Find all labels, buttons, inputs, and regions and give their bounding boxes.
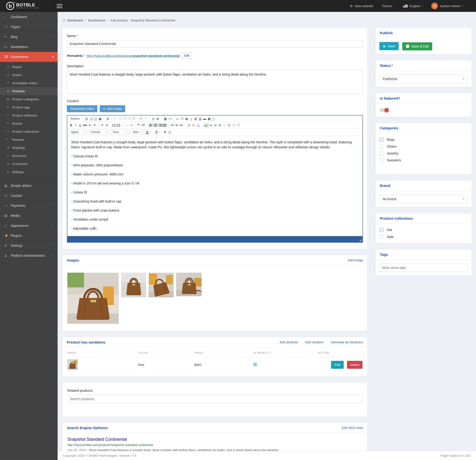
align-justify-icon[interactable] — [162, 124, 167, 127]
div-container-icon[interactable]: DIV — [141, 123, 145, 127]
outdent-icon[interactable]: ⇤ — [125, 123, 128, 127]
sidebar-item-product-tags[interactable]: ❖Product tags — [0, 103, 58, 111]
sidebar-item-media[interactable]: ▦Media — [0, 211, 58, 221]
sidebar-item-contact[interactable]: ✉Contact — [0, 191, 58, 201]
edit-attribute-link[interactable]: Edit attribute — [280, 340, 298, 344]
language-icon[interactable]: A▾ — [179, 123, 183, 127]
checkbox-item-sweaters[interactable]: Sweaters — [379, 158, 468, 162]
editor-content[interactable]: Short Hooded Coat features a straight bo… — [67, 136, 363, 236]
edit-seo-meta-link[interactable]: Edit SEO meta — [342, 426, 363, 430]
hidden-field-icon[interactable]: ▢ — [212, 116, 216, 121]
link-icon[interactable]: ⊕ — [187, 123, 191, 127]
rich-text-editor[interactable]: Source▤❏◫▣⊞✂❐❒❒❒↶↷◎ab▦✓▾▭☑◉▯▤▥▬▣▢ BIUabc… — [67, 115, 363, 243]
is-default-radio[interactable] — [253, 362, 257, 366]
find-icon[interactable]: ◎ — [151, 116, 155, 121]
background-color-icon[interactable]: A — [155, 130, 158, 134]
checkbox-item-jewelry[interactable]: Jewelry — [379, 151, 468, 156]
anchor-icon[interactable]: ⚓ — [196, 123, 201, 127]
editor-status-bar[interactable] — [67, 236, 363, 242]
rtl-icon[interactable]: ¶◂ — [175, 123, 179, 127]
underline-icon[interactable]: U — [78, 123, 82, 127]
align-left-icon[interactable] — [149, 124, 153, 127]
align-right-icon[interactable] — [158, 124, 162, 127]
sidebar-item-product-categories[interactable]: ▤Product categories — [0, 95, 58, 103]
smiley-icon[interactable]: ☺ — [222, 123, 227, 127]
print-icon[interactable]: ▣ — [98, 116, 102, 121]
table-icon[interactable]: ⊞ — [213, 123, 218, 127]
seo-preview-title[interactable]: Snapshot Standard Continental — [67, 437, 363, 442]
user-menu[interactable]: S System Admin ▾ — [431, 3, 463, 9]
font-dropdown[interactable]: Font▾ — [111, 129, 128, 135]
edit-variation-button[interactable]: Edit — [331, 361, 344, 369]
image-button-icon[interactable]: ▣ — [207, 116, 211, 121]
copy-formatting-icon[interactable]: ✒ — [100, 123, 104, 127]
replace-icon[interactable]: ab — [156, 116, 160, 121]
status-select[interactable]: Published ▲▼ — [379, 75, 468, 83]
breadcrumb-ecommerce[interactable]: Ecommerce — [88, 18, 105, 22]
sidebar-item-appearance[interactable]: ✐Appearance‹ — [0, 221, 58, 230]
checkbox-icon[interactable]: ☑ — [180, 116, 184, 121]
bulleted-list-icon[interactable] — [117, 124, 121, 127]
sidebar-item-reviews[interactable]: ❝Reviews — [0, 136, 58, 144]
related-products-search-input[interactable] — [67, 395, 363, 403]
checkbox-item-hot[interactable]: ✓Hot — [379, 228, 468, 232]
ltr-icon[interactable]: ▸¶ — [170, 123, 174, 127]
copy-icon[interactable]: ❐ — [118, 116, 122, 121]
paste-word-icon[interactable]: ❒ — [131, 116, 136, 121]
checkbox-icon[interactable]: ✓ — [379, 228, 383, 232]
chevron-down-icon[interactable]: ▾ — [159, 131, 160, 133]
is-featured-toggle[interactable] — [380, 108, 388, 112]
format-dropdown[interactable]: Format▾ — [89, 129, 109, 135]
paste-icon[interactable]: ❒ — [122, 116, 126, 121]
checkbox-item-shoes[interactable]: Shoes — [379, 145, 468, 148]
sidebar-item-product-attributes[interactable]: ▽Product attributes — [0, 111, 58, 119]
sidebar-item-product-collections[interactable]: ❒Product collections — [0, 127, 58, 136]
source-button[interactable]: Source — [69, 116, 81, 121]
styles-dropdown[interactable]: Styles▾ — [69, 129, 87, 135]
unlink-icon[interactable]: ⊘ — [191, 123, 196, 127]
save-and-edit-button[interactable]: ✓Save & Edit — [402, 42, 432, 50]
chevron-down-icon[interactable]: ▾ — [150, 131, 151, 133]
strikethrough-icon[interactable]: abc — [83, 123, 88, 127]
text-field-icon[interactable]: ▯ — [189, 116, 193, 121]
sidebar-item-settings[interactable]: ⚙Settings‹ — [0, 241, 58, 251]
sidebar-item-blog[interactable]: ✎Blog‹ — [0, 32, 58, 42]
product-image-1[interactable] — [67, 273, 119, 324]
sidebar-item-dashboard[interactable]: ⌂Dashboard — [0, 12, 58, 22]
checkbox-icon[interactable] — [379, 151, 383, 156]
select-all-icon[interactable]: ▦ — [163, 116, 167, 121]
sidebar-item-incomplete-orders[interactable]: ❒Incomplete orders — [0, 79, 58, 87]
remove-format-icon[interactable]: A — [105, 123, 109, 127]
iframe-icon[interactable]: ❒ — [236, 123, 240, 127]
sidebar-item-ecommerce[interactable]: Ecommerce▾ — [0, 52, 58, 62]
menu-toggle-icon[interactable] — [57, 4, 62, 8]
page-break-icon[interactable]: ⊣ — [232, 123, 236, 127]
form-icon[interactable]: ▭ — [175, 116, 179, 121]
product-image-3[interactable] — [149, 273, 174, 297]
sidebar-item-platform-administration[interactable]: ♟Platform Administration‹ — [0, 251, 58, 261]
brand-select[interactable]: No brand ▲▼ — [379, 195, 468, 203]
templates-icon[interactable]: ⊞ — [106, 116, 110, 121]
show-blocks-icon[interactable]: ◫ — [168, 130, 172, 134]
add-media-button[interactable]: ⊡Add media — [100, 105, 125, 112]
botble-logo[interactable]: b BOTBLE CREATE SUCCESS — [6, 2, 53, 10]
checkbox-icon[interactable] — [379, 158, 383, 162]
checkbox-item-bags[interactable]: ✓Bags — [379, 138, 468, 142]
special-char-icon[interactable]: Ω — [227, 123, 231, 127]
maximize-icon[interactable]: ✥ — [163, 130, 167, 134]
preview-icon[interactable]: ◫ — [94, 116, 98, 121]
paste-text-icon[interactable]: ❒ — [127, 116, 131, 121]
toggle-knob[interactable] — [384, 108, 389, 112]
language-menu[interactable]: English ▾ — [403, 4, 423, 8]
checkbox-icon[interactable] — [379, 145, 383, 148]
generate-all-variations-link[interactable]: Generate all variations — [331, 340, 363, 344]
toggle-editor-button[interactable]: Show/Hide Editor — [67, 105, 97, 112]
sidebar-item-brands[interactable]: ®Brands — [0, 119, 58, 127]
description-textarea[interactable]: Short Hooded Coat features a straight bo… — [67, 70, 363, 94]
indent-icon[interactable]: ⇥ — [129, 123, 133, 127]
delete-variation-button[interactable]: Delete — [347, 361, 363, 369]
theme-menu[interactable]: Theme ▾ — [382, 4, 395, 8]
spellcheck-icon[interactable]: ✓▾ — [168, 116, 172, 121]
subscript-icon[interactable]: X₂ — [88, 123, 92, 127]
sidebar-item-payments[interactable]: ▭Payments‹ — [0, 201, 58, 211]
